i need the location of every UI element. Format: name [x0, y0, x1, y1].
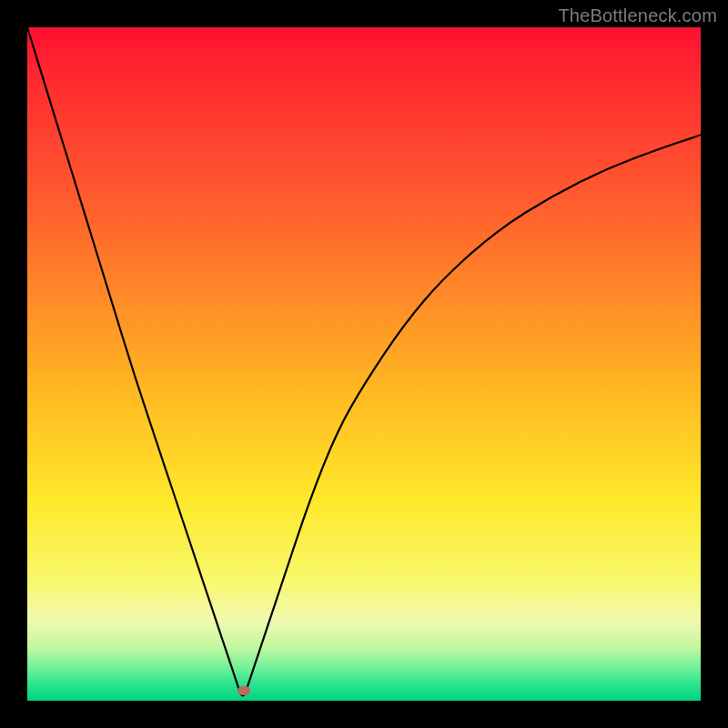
watermark-text: TheBottleneck.com	[558, 5, 717, 26]
chart-frame: TheBottleneck.com	[0, 0, 728, 728]
bottleneck-curve	[27, 27, 701, 695]
plot-area	[27, 27, 701, 701]
curve-svg	[27, 27, 701, 701]
optimal-point-marker	[238, 686, 250, 695]
